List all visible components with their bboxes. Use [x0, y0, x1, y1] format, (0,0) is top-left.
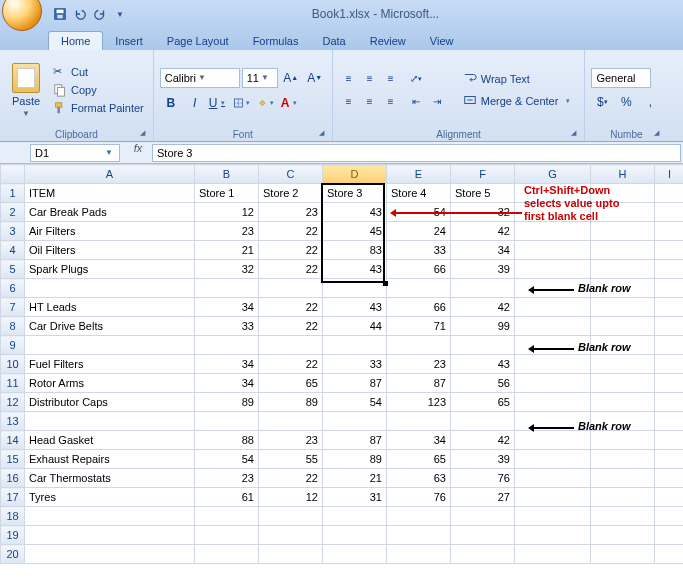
- cell-E20[interactable]: [387, 545, 451, 564]
- cell-F4[interactable]: 34: [451, 241, 515, 260]
- cell-G14[interactable]: [515, 431, 591, 450]
- column-header-G[interactable]: G: [515, 165, 591, 184]
- underline-button[interactable]: U▾: [208, 92, 230, 114]
- cell-F5[interactable]: 39: [451, 260, 515, 279]
- cell-B7[interactable]: 34: [195, 298, 259, 317]
- cell-A14[interactable]: Head Gasket: [25, 431, 195, 450]
- cell-H16[interactable]: [591, 469, 655, 488]
- cell-E9[interactable]: [387, 336, 451, 355]
- row-header-6[interactable]: 6: [1, 279, 25, 298]
- cell-H15[interactable]: [591, 450, 655, 469]
- formula-bar[interactable]: Store 3: [152, 144, 681, 162]
- row-header-16[interactable]: 16: [1, 469, 25, 488]
- cell-G18[interactable]: [515, 507, 591, 526]
- row-header-18[interactable]: 18: [1, 507, 25, 526]
- cell-E12[interactable]: 123: [387, 393, 451, 412]
- font-color-button[interactable]: A▾: [280, 92, 302, 114]
- column-header-I[interactable]: I: [655, 165, 684, 184]
- cell-D18[interactable]: [323, 507, 387, 526]
- cell-A13[interactable]: [25, 412, 195, 431]
- cell-B11[interactable]: 34: [195, 374, 259, 393]
- cell-B16[interactable]: 23: [195, 469, 259, 488]
- cell-A11[interactable]: Rotor Arms: [25, 374, 195, 393]
- cell-H19[interactable]: [591, 526, 655, 545]
- name-box[interactable]: D1▼: [30, 144, 120, 162]
- cell-C13[interactable]: [259, 412, 323, 431]
- cell-C6[interactable]: [259, 279, 323, 298]
- cell-F14[interactable]: 42: [451, 431, 515, 450]
- row-header-9[interactable]: 9: [1, 336, 25, 355]
- row-header-19[interactable]: 19: [1, 526, 25, 545]
- cell-F8[interactable]: 99: [451, 317, 515, 336]
- cell-B19[interactable]: [195, 526, 259, 545]
- cell-B18[interactable]: [195, 507, 259, 526]
- cell-B14[interactable]: 88: [195, 431, 259, 450]
- cell-H14[interactable]: [591, 431, 655, 450]
- cell-C14[interactable]: 23: [259, 431, 323, 450]
- cell-I13[interactable]: [655, 412, 684, 431]
- cell-G20[interactable]: [515, 545, 591, 564]
- cell-E7[interactable]: 66: [387, 298, 451, 317]
- cell-B6[interactable]: [195, 279, 259, 298]
- shrink-font-button[interactable]: A▼: [304, 67, 326, 89]
- cell-E16[interactable]: 63: [387, 469, 451, 488]
- cell-I15[interactable]: [655, 450, 684, 469]
- cell-I1[interactable]: [655, 184, 684, 203]
- cell-I4[interactable]: [655, 241, 684, 260]
- tab-home[interactable]: Home: [48, 31, 103, 50]
- cell-D15[interactable]: 89: [323, 450, 387, 469]
- cell-F15[interactable]: 39: [451, 450, 515, 469]
- cell-E6[interactable]: [387, 279, 451, 298]
- cell-G16[interactable]: [515, 469, 591, 488]
- cell-C1[interactable]: Store 2: [259, 184, 323, 203]
- cell-E17[interactable]: 76: [387, 488, 451, 507]
- paste-button[interactable]: Paste ▼: [6, 59, 46, 122]
- cell-H11[interactable]: [591, 374, 655, 393]
- font-size-combo[interactable]: 11▼: [242, 68, 278, 88]
- cell-F18[interactable]: [451, 507, 515, 526]
- tab-page-layout[interactable]: Page Layout: [155, 32, 241, 50]
- cell-C19[interactable]: [259, 526, 323, 545]
- cell-G4[interactable]: [515, 241, 591, 260]
- cell-E15[interactable]: 65: [387, 450, 451, 469]
- cell-G5[interactable]: [515, 260, 591, 279]
- cell-E10[interactable]: 23: [387, 355, 451, 374]
- cell-B8[interactable]: 33: [195, 317, 259, 336]
- italic-button[interactable]: I: [184, 92, 206, 114]
- cell-C15[interactable]: 55: [259, 450, 323, 469]
- cell-G7[interactable]: [515, 298, 591, 317]
- cell-C20[interactable]: [259, 545, 323, 564]
- align-left-button[interactable]: ≡: [339, 92, 359, 112]
- tab-formulas[interactable]: Formulas: [241, 32, 311, 50]
- tab-review[interactable]: Review: [358, 32, 418, 50]
- row-header-1[interactable]: 1: [1, 184, 25, 203]
- cell-I17[interactable]: [655, 488, 684, 507]
- tab-data[interactable]: Data: [310, 32, 357, 50]
- cell-C17[interactable]: 12: [259, 488, 323, 507]
- fill-color-button[interactable]: ▾: [256, 92, 278, 114]
- align-bottom-button[interactable]: ≡: [381, 69, 401, 89]
- cell-B13[interactable]: [195, 412, 259, 431]
- cell-D17[interactable]: 31: [323, 488, 387, 507]
- align-middle-button[interactable]: ≡: [360, 69, 380, 89]
- cell-B3[interactable]: 23: [195, 222, 259, 241]
- cell-D10[interactable]: 33: [323, 355, 387, 374]
- cell-F17[interactable]: 27: [451, 488, 515, 507]
- row-header-4[interactable]: 4: [1, 241, 25, 260]
- cell-B17[interactable]: 61: [195, 488, 259, 507]
- cell-D8[interactable]: 44: [323, 317, 387, 336]
- cell-C11[interactable]: 65: [259, 374, 323, 393]
- cell-G10[interactable]: [515, 355, 591, 374]
- cell-I12[interactable]: [655, 393, 684, 412]
- cell-C9[interactable]: [259, 336, 323, 355]
- cell-A17[interactable]: Tyres: [25, 488, 195, 507]
- cell-F16[interactable]: 76: [451, 469, 515, 488]
- cell-C2[interactable]: 23: [259, 203, 323, 222]
- cell-F11[interactable]: 56: [451, 374, 515, 393]
- column-header-E[interactable]: E: [387, 165, 451, 184]
- bold-button[interactable]: B: [160, 92, 182, 114]
- cell-D13[interactable]: [323, 412, 387, 431]
- undo-icon[interactable]: [72, 6, 88, 22]
- cell-D11[interactable]: 87: [323, 374, 387, 393]
- row-header-20[interactable]: 20: [1, 545, 25, 564]
